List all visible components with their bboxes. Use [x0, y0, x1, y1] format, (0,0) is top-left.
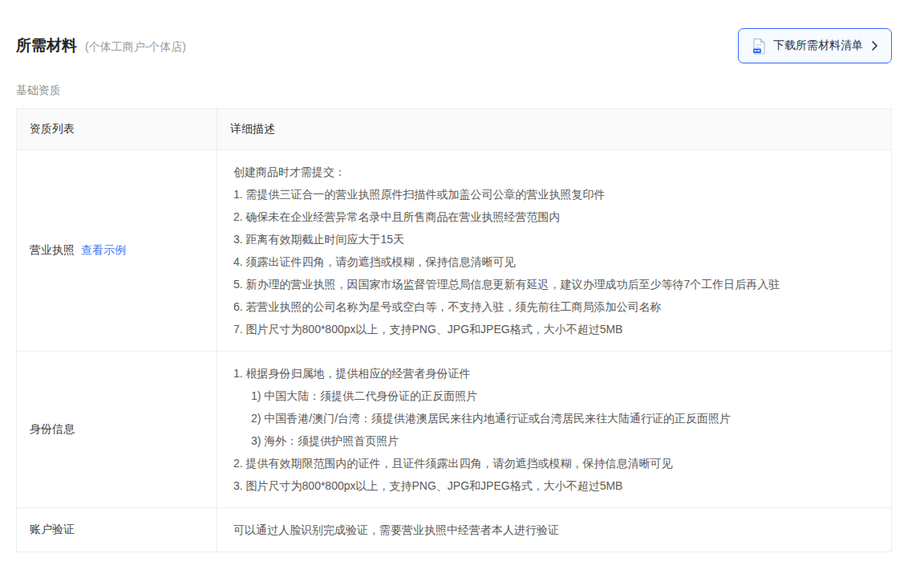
table-row: 身份信息1. 根据身份归属地，提供相应的经营者身份证件1) 中国大陆：须提供二代…	[17, 352, 892, 508]
column-header-qualification-list: 资质列表	[17, 109, 217, 150]
description-line: 7. 图片尺寸为800*800px以上，支持PNG、JPG和JPEG格式，大小不…	[233, 318, 872, 340]
description-cell: 可以通过人脸识别完成验证，需要营业执照中经营者本人进行验证	[217, 508, 892, 552]
description-line: 1) 中国大陆：须提供二代身份证的正反面照片	[233, 385, 872, 407]
materials-table-body: 营业执照查看示例创建商品时才需提交：1. 需提供三证合一的营业执照原件扫描件或加…	[17, 150, 892, 552]
table-row: 营业执照查看示例创建商品时才需提交：1. 需提供三证合一的营业执照原件扫描件或加…	[17, 150, 892, 352]
description-line: 3. 图片尺寸为800*800px以上，支持PNG、JPG和JPEG格式，大小不…	[233, 474, 872, 497]
description-line: 3. 距离有效期截止时间应大于15天	[233, 228, 872, 250]
qualification-label: 身份信息	[30, 422, 75, 435]
page: 所需材料 (个体工商户-个体店) 下载所需材料清单	[0, 0, 924, 552]
description-line: 3) 海外：须提供护照首页照片	[233, 429, 872, 452]
download-button-label: 下载所需材料清单	[773, 39, 863, 53]
description-line: 4. 须露出证件四角，请勿遮挡或模糊，保持信息清晰可见	[233, 250, 872, 273]
description-line: 可以通过人脸识别完成验证，需要营业执照中经营者本人进行验证	[233, 519, 872, 541]
description-line: 创建商品时才需提交：	[233, 161, 872, 183]
qualification-label: 账户验证	[30, 523, 75, 535]
page-subtitle: (个体工商户-个体店)	[85, 40, 186, 55]
page-header: 所需材料 (个体工商户-个体店) 下载所需材料清单	[16, 27, 892, 64]
chevron-right-icon	[871, 41, 878, 51]
description-line: 2. 提供有效期限范围内的证件，且证件须露出四角，请勿遮挡或模糊，保持信息清晰可…	[233, 452, 872, 474]
description-cell: 1. 根据身份归属地，提供相应的经营者身份证件1) 中国大陆：须提供二代身份证的…	[217, 352, 892, 508]
table-row: 账户验证可以通过人脸识别完成验证，需要营业执照中经营者本人进行验证	[17, 508, 892, 552]
description-line: 6. 若营业执照的公司名称为星号或空白等，不支持入驻，须先前往工商局添加公司名称	[233, 295, 872, 318]
qualification-label-cell: 营业执照查看示例	[17, 150, 217, 352]
qualification-label: 营业执照	[30, 243, 75, 256]
materials-table: 资质列表 详细描述 营业执照查看示例创建商品时才需提交：1. 需提供三证合一的营…	[16, 108, 892, 552]
title-wrap: 所需材料 (个体工商户-个体店)	[16, 35, 186, 56]
qualification-label-cell: 身份信息	[17, 352, 217, 508]
section-label-basic-qualifications: 基础资质	[16, 83, 892, 98]
description-line: 1. 根据身份归属地，提供相应的经营者身份证件	[233, 362, 872, 385]
document-list-icon	[752, 38, 767, 55]
page-title: 所需材料	[16, 35, 77, 56]
description-line: 1. 需提供三证合一的营业执照原件扫描件或加盖公司公章的营业执照复印件	[233, 183, 872, 206]
qualification-label-cell: 账户验证	[17, 508, 217, 552]
download-materials-button[interactable]: 下载所需材料清单	[738, 28, 892, 63]
description-line: 2. 确保未在企业经营异常名录中且所售商品在营业执照经营范围内	[233, 206, 872, 228]
description-line: 5. 新办理的营业执照，因国家市场监督管理总局信息更新有延迟，建议办理成功后至少…	[233, 273, 872, 295]
header-row: 资质列表 详细描述	[17, 109, 892, 150]
column-header-detailed-description: 详细描述	[217, 109, 892, 150]
view-example-link[interactable]: 查看示例	[81, 243, 126, 256]
materials-table-head: 资质列表 详细描述	[17, 109, 892, 150]
description-line: 2) 中国香港/澳门/台湾：须提供港澳居民来往内地通行证或台湾居民来往大陆通行证…	[233, 407, 872, 429]
description-cell: 创建商品时才需提交：1. 需提供三证合一的营业执照原件扫描件或加盖公司公章的营业…	[217, 150, 892, 352]
